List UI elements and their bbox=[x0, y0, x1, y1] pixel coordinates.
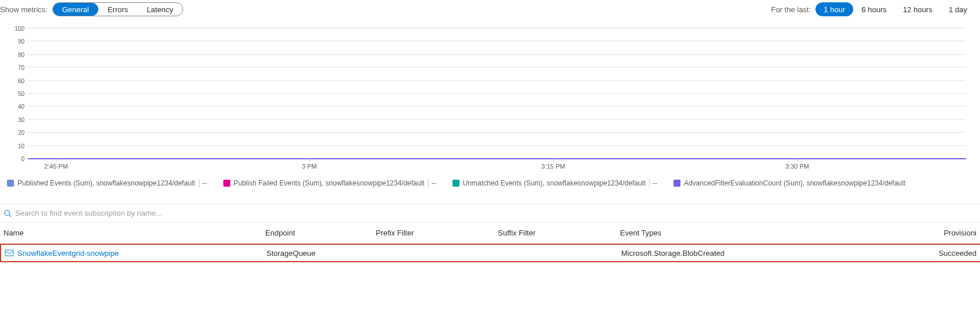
time-range-label: For the last: bbox=[771, 5, 811, 14]
legend-value: -- bbox=[649, 179, 657, 187]
legend-swatch bbox=[673, 180, 680, 187]
y-tick-label: 70 bbox=[18, 65, 28, 71]
subscription-link[interactable]: SnowflakeEventgrid-snowpipe bbox=[17, 249, 119, 258]
metrics-chart: 100 90 80 70 60 50 40 30 20 10 0 2:45 PM… bbox=[0, 19, 980, 174]
y-tick-label: 50 bbox=[18, 91, 28, 97]
cell-name: SnowflakeEventgrid-snowpipe bbox=[5, 248, 266, 258]
cell-eventtypes: Microsoft.Storage.BlobCreated bbox=[621, 249, 871, 258]
legend-label: AdvancedFilterEvaluationCount (Sum), sno… bbox=[684, 179, 906, 187]
table-row[interactable]: SnowflakeEventgrid-snowpipe StorageQueue… bbox=[0, 244, 980, 262]
column-header-eventtypes[interactable]: Event Types bbox=[620, 229, 870, 237]
metrics-label: Show metrics: bbox=[0, 5, 48, 14]
x-tick-label: 3:15 PM bbox=[541, 163, 565, 170]
legend-item[interactable]: Published Events (Sum), snowflakesnowpip… bbox=[7, 179, 207, 187]
x-tick-label: 3 PM bbox=[302, 163, 317, 170]
chart-grid: 100 90 80 70 60 50 40 30 20 10 0 bbox=[28, 28, 966, 158]
x-tick-label: 2:45 PM bbox=[44, 163, 68, 170]
y-tick-label: 60 bbox=[18, 77, 28, 84]
svg-point-0 bbox=[5, 210, 10, 215]
legend-swatch bbox=[223, 180, 230, 187]
time-option-6hours[interactable]: 6 hours bbox=[853, 2, 895, 16]
y-tick-label: 30 bbox=[18, 116, 28, 123]
metrics-option-errors[interactable]: Errors bbox=[98, 3, 137, 16]
column-header-name[interactable]: Name bbox=[3, 229, 265, 237]
svg-rect-2 bbox=[5, 250, 13, 256]
legend-value: -- bbox=[199, 179, 207, 187]
y-tick-label: 0 bbox=[21, 156, 28, 162]
chart-legend: Published Events (Sum), snowflakesnowpip… bbox=[0, 174, 980, 194]
legend-label: Unmatched Events (Sum), snowflakesnowpip… bbox=[463, 179, 646, 187]
subscriptions-table: Name Endpoint Prefix Filter Suffix Filte… bbox=[0, 222, 980, 262]
legend-item[interactable]: Unmatched Events (Sum), snowflakesnowpip… bbox=[452, 179, 657, 187]
search-row bbox=[0, 204, 980, 222]
legend-item[interactable]: AdvancedFilterEvaluationCount (Sum), sno… bbox=[673, 179, 906, 187]
event-subscription-icon bbox=[5, 248, 14, 258]
y-tick-label: 100 bbox=[15, 26, 28, 32]
chart-x-axis: 2:45 PM 3 PM 3:15 PM 3:30 PM bbox=[28, 158, 966, 174]
time-pill-group: 1 hour 6 hours 12 hours 1 day bbox=[815, 2, 975, 16]
column-header-suffix[interactable]: Suffix Filter bbox=[498, 229, 620, 237]
y-tick-label: 20 bbox=[18, 130, 28, 136]
legend-value: -- bbox=[428, 179, 436, 187]
table-header: Name Endpoint Prefix Filter Suffix Filte… bbox=[0, 222, 980, 244]
filter-toolbar: Show metrics: General Errors Latency For… bbox=[0, 0, 980, 19]
y-tick-label: 40 bbox=[18, 104, 28, 110]
legend-item[interactable]: Publish Failed Events (Sum), snowflakesn… bbox=[223, 179, 436, 187]
time-option-1day[interactable]: 1 day bbox=[940, 2, 975, 16]
legend-label: Published Events (Sum), snowflakesnowpip… bbox=[17, 179, 195, 187]
metrics-option-general[interactable]: General bbox=[53, 3, 98, 16]
legend-label: Publish Failed Events (Sum), snowflakesn… bbox=[234, 179, 425, 187]
metrics-pill-group: General Errors Latency bbox=[52, 2, 183, 16]
y-tick-label: 10 bbox=[18, 142, 28, 149]
x-tick-label: 3:30 PM bbox=[785, 163, 809, 170]
cell-endpoint: StorageQueue bbox=[266, 249, 377, 258]
cell-provisioning: Succeeded bbox=[871, 249, 977, 258]
time-option-12hours[interactable]: 12 hours bbox=[895, 2, 941, 16]
column-header-prefix[interactable]: Prefix Filter bbox=[376, 229, 498, 237]
column-header-provisioning[interactable]: Provisioni bbox=[870, 229, 977, 237]
metrics-option-latency[interactable]: Latency bbox=[137, 3, 183, 16]
search-icon bbox=[3, 209, 12, 217]
search-input[interactable] bbox=[15, 209, 977, 217]
metrics-group: Show metrics: General Errors Latency bbox=[0, 2, 183, 16]
time-range-group: For the last: 1 hour 6 hours 12 hours 1 … bbox=[771, 2, 975, 16]
column-header-endpoint[interactable]: Endpoint bbox=[265, 229, 376, 237]
y-tick-label: 80 bbox=[18, 51, 28, 58]
y-tick-label: 90 bbox=[18, 38, 28, 45]
legend-swatch bbox=[452, 180, 459, 187]
time-option-1hour[interactable]: 1 hour bbox=[815, 2, 853, 16]
svg-line-1 bbox=[9, 215, 12, 217]
legend-swatch bbox=[7, 180, 14, 187]
